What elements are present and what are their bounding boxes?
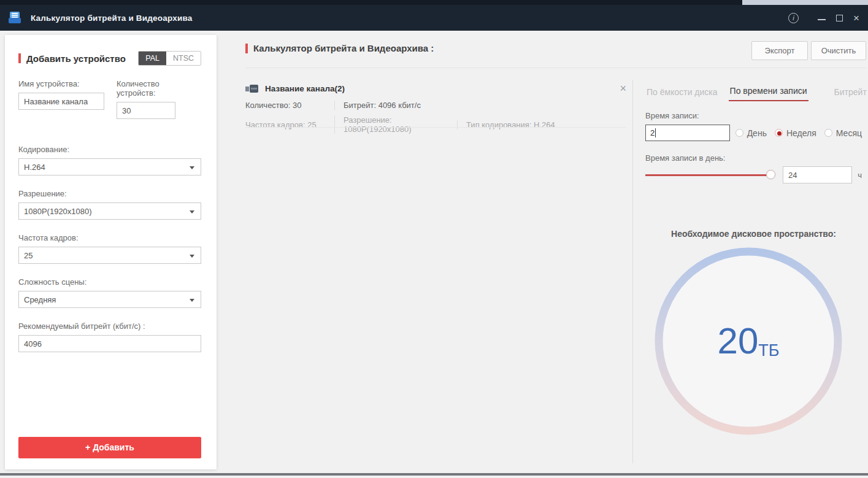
radio-selected-icon [775, 129, 783, 137]
device-framerate: Частота кадров: 25 [245, 120, 334, 129]
add-device-title: Добавить устройство [26, 53, 138, 64]
section-marker [245, 44, 248, 53]
app-body: Добавить устройство PAL NTSC Имя устройс… [0, 31, 868, 476]
disk-space-gauge: 20 ТБ [655, 247, 842, 435]
main-title: Калькулятор битрейта и Видеоархива : [253, 43, 434, 53]
device-count-label: Количество устройств: [117, 79, 175, 98]
panel-divider [632, 80, 633, 463]
calculation-panel: По ёмкости диска По времени записи Битре… [645, 80, 862, 435]
daily-time-label: Время записи в день: [645, 153, 862, 163]
resolution-label: Разрешение: [18, 189, 201, 198]
chevron-down-icon [190, 255, 194, 258]
device-card-name: Название канала(2) [265, 84, 345, 93]
export-button[interactable]: Экспорт [751, 41, 808, 60]
resolution-value: 1080P(1920x1080) [24, 207, 92, 216]
framerate-value: 25 [24, 251, 33, 260]
desktop-edge [0, 0, 868, 5]
encoding-label: Кодирование: [18, 145, 201, 154]
framerate-label: Частота кадров: [18, 233, 201, 242]
tab-record-time[interactable]: По времени записи [729, 86, 808, 101]
result-value: 20 [718, 323, 759, 360]
pal-ntsc-toggle: PAL NTSC [138, 51, 201, 66]
radio-icon [735, 129, 743, 137]
device-name-label: Имя устройства: [18, 79, 104, 88]
record-time-value: 2 [650, 128, 655, 137]
device-count: Количество: 30 [245, 101, 334, 110]
section-marker [18, 53, 21, 63]
radio-week[interactable]: Неделя [775, 128, 816, 138]
radio-week-label: Неделя [786, 128, 816, 138]
minimize-icon[interactable] [818, 19, 826, 20]
chevron-down-icon [190, 299, 194, 302]
complexity-select[interactable]: Средняя [18, 291, 201, 308]
period-radio-group: День Неделя Месяц [735, 128, 862, 138]
calc-tabs: По ёмкости диска По времени записи Битре… [645, 86, 862, 101]
window-title: Калькулятор битрейта и Видеоархива [31, 13, 192, 23]
device-card: Название канала(2) × Количество: 30 Битр… [245, 84, 626, 134]
add-device-button[interactable]: + Добавить [18, 437, 201, 458]
hours-unit: ч [858, 171, 862, 180]
app-icon [9, 12, 22, 24]
desktop-edge-light [742, 0, 868, 5]
ntsc-option[interactable]: NTSC [166, 52, 201, 65]
daily-time-slider[interactable] [645, 170, 775, 180]
tab-bitrate[interactable]: Битрейт [833, 87, 868, 101]
device-encoding: Тип кодирования: H.264 [457, 120, 555, 129]
window-bottom-edge [0, 473, 868, 476]
encoding-select[interactable]: H.264 [18, 158, 201, 175]
add-device-panel: Добавить устройство PAL NTSC Имя устройс… [5, 35, 217, 469]
record-time-label: Время записи: [645, 111, 862, 120]
radio-day[interactable]: День [735, 128, 767, 138]
device-name-input[interactable] [18, 93, 104, 110]
device-count-input[interactable] [117, 102, 175, 119]
radio-icon [824, 129, 832, 137]
device-bitrate: Битрейт: 4096 кбит/с [334, 101, 421, 110]
record-time-input[interactable]: 2 [645, 125, 730, 141]
radio-month[interactable]: Месяц [824, 128, 862, 138]
complexity-value: Средняя [24, 295, 56, 304]
camera-icon [245, 84, 258, 93]
result-unit: ТБ [758, 341, 779, 360]
pal-option[interactable]: PAL [139, 52, 166, 65]
encoding-value: H.264 [24, 163, 45, 172]
result-title: Необходимое дисковое пространство: [645, 229, 862, 239]
bitrate-label: Рекомендуемый битрейт (кбит/с) : [18, 322, 201, 331]
slider-track [645, 174, 769, 176]
radio-day-label: День [747, 128, 767, 138]
resolution-select[interactable]: 1080P(1920x1080) [18, 202, 201, 220]
framerate-select[interactable]: 25 [18, 247, 201, 264]
device-close-icon[interactable]: × [620, 83, 626, 94]
titlebar: Калькулятор битрейта и Видеоархива i × [0, 5, 868, 31]
close-icon[interactable]: × [853, 13, 859, 23]
header-divider [245, 67, 866, 68]
daily-time-input[interactable] [783, 166, 852, 183]
app-window: Калькулятор битрейта и Видеоархива i × Д… [0, 0, 868, 478]
clear-button[interactable]: Очистить [811, 41, 866, 60]
bitrate-input[interactable] [18, 335, 201, 352]
text-cursor [655, 128, 656, 137]
chevron-down-icon [190, 210, 194, 214]
radio-month-label: Месяц [836, 128, 862, 138]
tab-disk-capacity[interactable]: По ёмкости диска [645, 87, 719, 101]
device-resolution: Разрешение: 1080P(1920x1080) [334, 115, 457, 134]
card-divider [245, 127, 626, 128]
slider-thumb[interactable] [766, 170, 775, 179]
info-icon[interactable]: i [788, 13, 799, 23]
maximize-icon[interactable] [836, 15, 843, 21]
complexity-label: Сложность сцены: [18, 277, 201, 287]
chevron-down-icon [190, 166, 194, 169]
